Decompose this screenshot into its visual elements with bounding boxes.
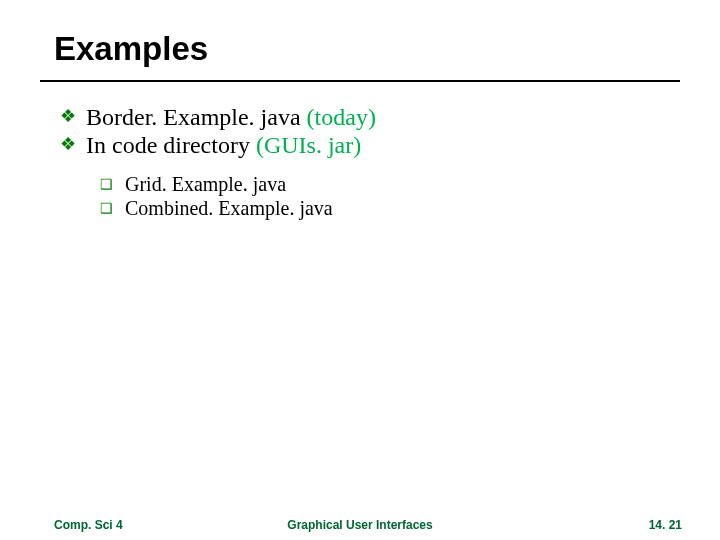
square-bullet-icon: ❑ [100, 176, 120, 193]
sub-bullet-1-text: Grid. Example. java [125, 173, 286, 195]
bullet-2-annotation: (GUIs. jar) [256, 132, 361, 158]
sub-bullet-2-text: Combined. Example. java [125, 197, 333, 219]
bullet-1-annotation: (today) [307, 104, 376, 130]
bullet-1: ❖ Border. Example. java (today) [60, 104, 376, 130]
diamond-bullet-icon: ❖ [60, 135, 80, 155]
footer-right: 14. 21 [649, 518, 682, 532]
diamond-bullet-icon: ❖ [60, 107, 80, 127]
page-title: Examples [54, 30, 208, 68]
slide: Examples ❖ Border. Example. java (today)… [0, 0, 720, 540]
title-underline [40, 80, 680, 82]
square-bullet-icon: ❑ [100, 200, 120, 217]
bullet-2-text: In code directory [86, 132, 256, 158]
bullet-1-text: Border. Example. java [86, 104, 307, 130]
footer-center: Graphical User Interfaces [0, 518, 720, 532]
bullet-2: ❖ In code directory (GUIs. jar) [60, 132, 361, 158]
sub-bullet-1: ❑ Grid. Example. java [100, 173, 286, 196]
sub-bullet-2: ❑ Combined. Example. java [100, 197, 333, 220]
